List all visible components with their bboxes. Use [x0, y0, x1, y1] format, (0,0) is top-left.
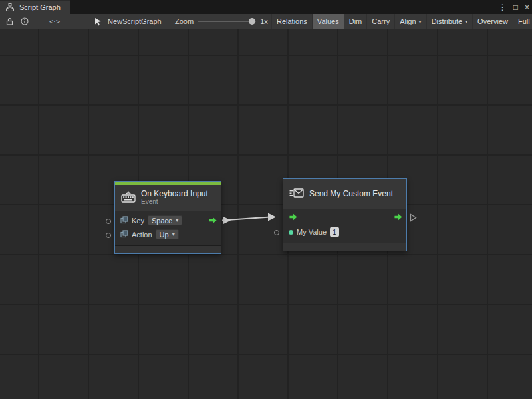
action-dropdown-value: Up: [160, 231, 169, 239]
value-port-dot[interactable]: [289, 230, 293, 235]
tab-title: Script Graph: [19, 3, 61, 11]
lock-button[interactable]: [3, 14, 15, 29]
flow-continue-port[interactable]: [410, 213, 417, 222]
menu-icon[interactable]: ⋮: [499, 3, 507, 11]
edit-graph-button[interactable]: <·>: [49, 14, 59, 29]
chevron-down-icon: ▾: [419, 19, 422, 25]
align-label: Align: [400, 17, 416, 25]
distribute-label: Distribute: [432, 17, 462, 25]
key-dropdown[interactable]: Space ▾: [148, 215, 182, 225]
action-dropdown[interactable]: Up ▾: [156, 229, 179, 239]
trigger-input-port[interactable]: [289, 213, 298, 221]
enum-icon: [120, 229, 128, 241]
action-label: Action: [132, 231, 152, 239]
lock-icon: [3, 15, 15, 27]
enum-icon: [120, 215, 128, 227]
relations-label: Relations: [277, 17, 307, 25]
window-tab-bar: Script Graph ⋮ □ ×: [0, 0, 532, 14]
graph-pointer-icon: [92, 15, 104, 27]
node-footer: [283, 243, 406, 251]
values-label: Values: [317, 17, 339, 25]
connection-wire: [0, 29, 532, 399]
my-value-row: My Value 1: [283, 224, 406, 240]
node-title: On Keyboard Input: [141, 190, 208, 198]
chevron-down-icon: ▾: [465, 19, 467, 25]
zoom-label: Zoom: [175, 17, 194, 25]
align-button[interactable]: Align ▾: [394, 14, 426, 29]
my-value-input-port[interactable]: [274, 230, 279, 235]
node-body: Key Space ▾ Action: [115, 211, 221, 243]
node-subtitle: Event: [141, 198, 208, 206]
trigger-output-port[interactable]: [208, 216, 217, 225]
info-button[interactable]: [19, 14, 31, 29]
key-label: Key: [132, 217, 144, 225]
code-icon: <·>: [49, 18, 59, 25]
close-icon[interactable]: ×: [525, 3, 529, 11]
zoom-value: 1x: [260, 17, 268, 25]
node-on-keyboard-input[interactable]: On Keyboard Input Event Key Space ▾: [114, 181, 221, 254]
node-footer: [115, 245, 221, 253]
action-input-port[interactable]: [106, 233, 111, 238]
maximize-icon[interactable]: □: [513, 3, 518, 11]
chevron-down-icon: ▾: [176, 217, 178, 223]
carry-button[interactable]: Carry: [366, 14, 394, 29]
carry-label: Carry: [372, 17, 390, 25]
tab-script-graph[interactable]: Script Graph: [0, 0, 70, 14]
graph-breadcrumb[interactable]: NewScriptGraph: [92, 14, 162, 29]
key-input-port[interactable]: [106, 219, 111, 224]
node-send-my-custom-event[interactable]: Send My Custom Event My Value 1: [283, 178, 407, 251]
node-body: My Value 1: [283, 209, 406, 240]
overview-button[interactable]: Overview: [472, 14, 513, 29]
graph-name: NewScriptGraph: [108, 17, 162, 25]
toolbar-buttons: Relations Values Dim Carry Align ▾ Distr…: [271, 14, 532, 29]
full-screen-button[interactable]: Full Screen: [513, 14, 532, 29]
zoom-control: Zoom 1x: [175, 14, 268, 29]
full-screen-label: Full Screen: [518, 17, 532, 25]
key-dropdown-value: Space: [152, 217, 172, 225]
node-header: On Keyboard Input Event: [115, 185, 221, 211]
my-value-input[interactable]: 1: [330, 227, 339, 237]
relations-button[interactable]: Relations: [271, 14, 312, 29]
node-title: Send My Custom Event: [309, 190, 393, 198]
script-graph-icon: [4, 1, 16, 13]
custom-event-icon: [289, 187, 304, 201]
dim-label: Dim: [349, 17, 362, 25]
flow-row: [283, 209, 406, 224]
graph-toolbar: <·> NewScriptGraph Zoom 1x Relations Val…: [0, 14, 532, 29]
window-controls: ⋮ □ ×: [499, 0, 529, 14]
values-button[interactable]: Values: [312, 14, 344, 29]
trigger-output-port[interactable]: [394, 213, 403, 221]
dim-button[interactable]: Dim: [344, 14, 367, 29]
info-icon: [19, 15, 31, 27]
zoom-slider[interactable]: [198, 21, 256, 22]
graph-canvas[interactable]: On Keyboard Input Event Key Space ▾: [0, 29, 532, 399]
key-row: Key Space ▾: [115, 213, 221, 227]
zoom-slider-knob[interactable]: [249, 18, 255, 25]
keyboard-icon: [121, 191, 136, 205]
distribute-button[interactable]: Distribute ▾: [426, 14, 472, 29]
my-value-label: My Value: [297, 228, 327, 236]
chevron-down-icon: ▾: [172, 231, 175, 237]
action-row: Action Up ▾: [115, 227, 221, 241]
overview-label: Overview: [477, 17, 508, 25]
node-header: Send My Custom Event: [283, 179, 406, 209]
